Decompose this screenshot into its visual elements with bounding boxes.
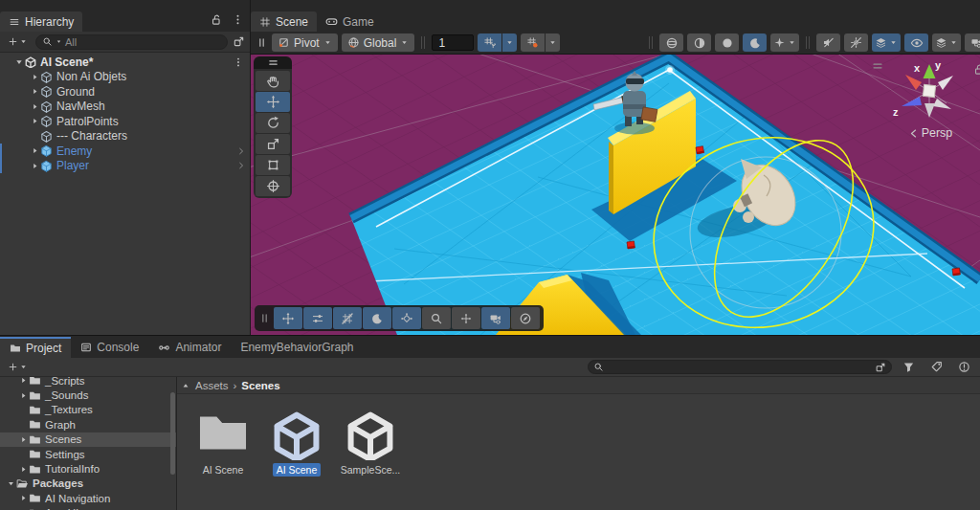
project-folder-scripts[interactable]: _Scripts <box>0 377 176 388</box>
expand-arrow-icon[interactable] <box>29 73 40 81</box>
asset-ai-scene-folder[interactable]: AI Scene <box>192 407 254 477</box>
expand-arrow-icon[interactable] <box>29 117 40 125</box>
grid-snapping-dropdown[interactable] <box>502 33 517 52</box>
expand-arrow-icon[interactable] <box>29 87 40 96</box>
camera-lighting-button[interactable] <box>743 33 767 52</box>
overlays-dropdown-button[interactable] <box>872 33 901 52</box>
hierarchy-item-navmesh[interactable]: NavMesh <box>0 100 250 115</box>
hierarchy-item-enemy[interactable]: Enemy <box>0 144 250 159</box>
grid-snapping-button[interactable] <box>478 33 501 52</box>
drag-handle-icon[interactable] <box>258 312 271 324</box>
snap-settings-dropdown[interactable] <box>546 33 560 52</box>
create-button[interactable] <box>5 35 31 48</box>
asset-samplesce[interactable]: SampleSce... <box>340 407 401 477</box>
hierarchy-item-player[interactable]: Player <box>0 159 250 174</box>
tab-scene[interactable]: Scene <box>251 11 317 32</box>
lock-icon[interactable] <box>972 63 980 76</box>
hierarchy-item-characters[interactable]: --- Characters <box>0 129 250 144</box>
grid-visibility-dropdown[interactable] <box>932 33 961 52</box>
hidden-packages-button[interactable] <box>952 359 975 375</box>
axis-z-label[interactable]: z <box>893 106 899 118</box>
lighting-toggle-button[interactable] <box>715 33 739 52</box>
project-folder-app-ui[interactable]: App UI <box>0 506 176 510</box>
expand-arrow-icon[interactable] <box>18 465 29 474</box>
orientation-toggle-button[interactable]: Global <box>342 33 415 52</box>
overlay-camera-button[interactable] <box>481 307 510 329</box>
tab-project[interactable]: Project <box>0 337 71 358</box>
effects-mute-button[interactable] <box>844 33 868 52</box>
open-prefab-chevron-icon[interactable] <box>236 146 246 156</box>
audio-mute-button[interactable] <box>816 33 840 52</box>
project-folder-tutorialinfo[interactable]: TutorialInfo <box>0 461 176 476</box>
asset-ai-scene[interactable]: AI Scene <box>266 407 327 477</box>
expand-arrow-icon[interactable] <box>18 391 29 400</box>
snap-settings-button[interactable] <box>521 33 545 52</box>
hierarchy-item-patrolpoints[interactable]: PatrolPoints <box>0 114 250 129</box>
breadcrumb-current[interactable]: Scenes <box>241 380 279 391</box>
expand-arrow-icon[interactable] <box>18 435 29 444</box>
light-gizmo-dot[interactable] <box>667 67 673 73</box>
hierarchy-item-ground[interactable]: Ground <box>0 84 250 100</box>
effects-dropdown-button[interactable] <box>770 33 799 52</box>
scene-viewport[interactable]: x y z Persp <box>251 55 980 335</box>
tab-animator[interactable]: Animator <box>148 337 231 358</box>
project-create-button[interactable] <box>5 361 31 373</box>
pivot-toggle-button[interactable]: Pivot <box>272 33 338 52</box>
snap-increment-input[interactable] <box>432 34 474 51</box>
draw-mode-button[interactable] <box>659 33 683 52</box>
scale-tool-button[interactable] <box>256 134 290 154</box>
hierarchy-item-non-ai-objets[interactable]: Non Ai Objets <box>0 70 250 85</box>
kebab-menu-icon[interactable] <box>233 56 244 68</box>
project-folder-settings[interactable]: Settings <box>0 447 176 461</box>
overlay-shading-button[interactable] <box>363 307 391 329</box>
open-prefab-chevron-icon[interactable] <box>236 161 246 170</box>
tab-game[interactable]: Game <box>317 11 383 32</box>
project-folder-sounds[interactable]: _Sounds <box>0 388 176 402</box>
project-folder-ai-navigation[interactable]: AI Navigation <box>0 491 176 505</box>
hand-tool-button[interactable] <box>256 71 290 91</box>
overlay-drag-handle[interactable] <box>254 56 292 69</box>
press-to-pick-icon[interactable] <box>233 35 245 48</box>
tab-enemybehaviorgraph[interactable]: EnemyBehaviorGraph <box>231 337 363 358</box>
overlay-grid-toggle-button[interactable] <box>333 307 362 329</box>
tree-scrollbar-thumb[interactable] <box>170 392 175 475</box>
expand-arrow-icon[interactable] <box>18 377 29 385</box>
project-search-input[interactable] <box>588 360 892 374</box>
kebab-menu-icon[interactable] <box>232 13 244 26</box>
axis-x-label[interactable]: x <box>914 62 921 74</box>
hierarchy-search-input[interactable]: All <box>35 34 228 50</box>
breadcrumb-root[interactable]: Assets <box>195 380 229 391</box>
overlay-orientation-button[interactable] <box>511 307 540 329</box>
tab-hierarchy[interactable]: Hierarchy <box>0 11 82 32</box>
lock-icon[interactable] <box>210 13 222 26</box>
overlay-visibility-button[interactable] <box>392 307 421 329</box>
overlay-move-button[interactable] <box>274 307 302 329</box>
overlay-gizmo-move-button[interactable] <box>452 307 480 329</box>
overlay-search-button[interactable] <box>422 307 451 329</box>
camera-settings-button[interactable] <box>965 33 980 52</box>
rotate-tool-button[interactable] <box>256 113 290 133</box>
transform-tool-button[interactable] <box>256 176 290 196</box>
project-folder-scenes[interactable]: Scenes <box>0 432 176 447</box>
collapse-icon[interactable] <box>181 381 190 390</box>
expand-arrow-icon[interactable] <box>29 146 40 155</box>
filter-by-type-button[interactable] <box>897 359 920 375</box>
overlay-view-options-button[interactable] <box>303 307 332 329</box>
filter-by-label-button[interactable] <box>924 359 947 375</box>
scene-visibility-button[interactable] <box>904 33 928 52</box>
scene-canvas[interactable] <box>251 55 980 335</box>
view-orientation-gizmo[interactable]: x y z Persp <box>888 58 972 140</box>
expand-arrow-icon[interactable] <box>29 102 40 111</box>
expand-arrow-icon[interactable] <box>29 162 40 170</box>
rect-tool-button[interactable] <box>256 155 290 175</box>
move-tool-button[interactable] <box>256 92 290 112</box>
tab-console[interactable]: Console <box>71 337 148 358</box>
gizmo-overlay-handle-icon[interactable] <box>871 59 884 73</box>
projection-toggle[interactable]: Persp <box>888 126 972 140</box>
project-folder-packages[interactable]: Packages <box>0 477 176 491</box>
axis-y-label[interactable]: y <box>935 59 942 71</box>
expand-arrow-icon[interactable] <box>18 494 29 502</box>
2d-mode-button[interactable] <box>687 33 711 52</box>
expand-arrow-icon[interactable] <box>6 479 16 488</box>
project-folder-graph[interactable]: Graph <box>0 417 176 432</box>
